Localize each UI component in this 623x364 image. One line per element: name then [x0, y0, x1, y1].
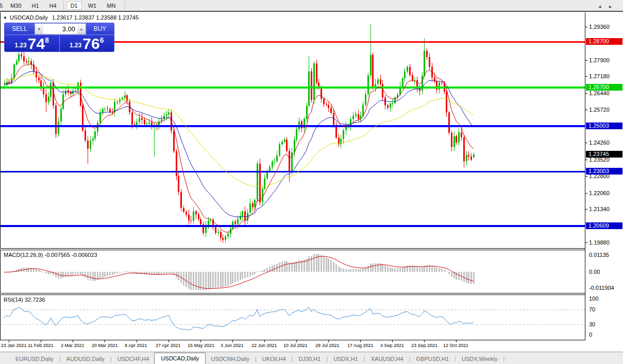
chart-tab-bar: EURUSD,Daily|AUDUSD,Daily|USDCHF,H4USDCA… — [0, 352, 623, 364]
timeframe-button-m30[interactable]: M30 — [6, 2, 25, 10]
volume-decrease-icon[interactable]: ▼ — [35, 24, 43, 34]
collapse-panel-icon[interactable]: ▲ — [3, 15, 7, 20]
level-price-badge: 1.23003 — [586, 168, 622, 175]
price-tick-label: 1.27900 — [589, 57, 610, 63]
date-tick-mark — [264, 340, 265, 342]
current-price-badge: 1.23745 — [586, 151, 622, 158]
price-axis[interactable]: 1.293601.279001.271801.264401.257201.242… — [585, 12, 623, 340]
one-click-trade-panel: SELL ▼ ▲ BUY 1.23 74 8 1.23 76 6 — [4, 23, 114, 52]
date-tick-mark — [105, 340, 105, 342]
macd-axis-label: 0.01135 — [589, 252, 609, 258]
rsi-axis-label: 30 — [589, 321, 595, 327]
level-price-badge: 1.25003 — [586, 123, 622, 129]
chart-tab-xauusd-h4[interactable]: XAUUSD,H4 — [366, 354, 409, 364]
chart-tab-dj30-h1[interactable]: DJ30,H1 — [293, 354, 326, 364]
date-tick-mark — [360, 340, 361, 342]
rsi-axis-label: 0 — [589, 332, 592, 338]
price-tick-mark — [585, 209, 587, 210]
trade-prices-row: 1.23 74 8 1.23 76 6 — [5, 35, 114, 51]
trade-controls-row: SELL ▼ ▲ BUY — [5, 23, 114, 35]
chart-symbol-label: USDCAD,Daily — [10, 14, 48, 21]
price-tick-label: 1.21340 — [589, 206, 610, 212]
buy-price-box[interactable]: 1.23 76 6 — [60, 35, 114, 51]
chart-tab-audusd-daily[interactable]: AUDUSD,Daily — [61, 354, 110, 364]
price-tick-mark — [585, 93, 587, 94]
date-tick-label: 15 May 2021 — [188, 343, 214, 348]
rsi-label: RSI(14) 32.7236 — [4, 297, 45, 303]
tab-scroll-right-icon[interactable]: ► — [608, 4, 619, 9]
date-tick-mark — [328, 340, 329, 342]
date-tick-mark — [137, 340, 137, 342]
date-tick-mark — [424, 340, 425, 342]
mt4-window: 5M30H1H4D1W1MN ▲ USDCAD,Daily 1.23617 1.… — [0, 0, 623, 364]
date-tick-label: 2 Mar 2021 — [61, 343, 85, 348]
date-tick-label: 20 Mar 2021 — [92, 343, 118, 348]
chart-tab-gbpusd-h1[interactable]: GBPUSD,H1 — [411, 354, 454, 364]
timeframe-button-mn[interactable]: MN — [103, 2, 120, 10]
price-tick-label: 1.19880 — [589, 239, 610, 246]
tab-separator: | — [502, 356, 505, 364]
date-tick-mark — [41, 340, 41, 342]
macd-axis-label: -0.011904 — [589, 285, 614, 291]
level-price-badge: 1.20609 — [586, 222, 622, 229]
price-tick-label: 1.27180 — [589, 73, 610, 79]
pane-separator — [0, 294, 623, 295]
sell-price-small: 1.23 — [14, 42, 26, 49]
level-price-badge: 1.28700 — [586, 38, 622, 45]
toolbar-separator — [125, 1, 125, 10]
chart-tab-ukoil-h4[interactable]: UKOil,H4 — [257, 354, 291, 364]
sell-price-box[interactable]: 1.23 74 8 — [5, 35, 60, 51]
date-tick-mark — [169, 340, 169, 342]
chart-title: ▲ USDCAD,Daily 1.23617 1.23837 1.23588 1… — [3, 14, 139, 21]
pane-separator — [0, 340, 623, 340]
chart-tab-usdchf-h4[interactable]: USDCHF,H4 — [112, 354, 155, 364]
date-tick-label: 22 Jun 2021 — [251, 343, 277, 348]
date-tick-label: 11 Feb 2021 — [28, 343, 54, 348]
pane-separator — [0, 250, 623, 250]
price-tick-label: 1.29360 — [589, 24, 610, 30]
price-tick-mark — [585, 27, 587, 27]
volume-stepper: ▼ ▲ — [35, 23, 86, 34]
date-tick-mark — [296, 340, 297, 342]
price-tick-label: 1.24260 — [589, 140, 610, 146]
price-tick-mark — [585, 110, 587, 110]
buy-price-big: 76 — [82, 37, 99, 50]
level-price-badge: 1.26700 — [586, 84, 622, 91]
volume-input[interactable] — [43, 24, 77, 34]
date-tick-mark — [232, 340, 233, 342]
tab-scroll-left-icon[interactable]: ◄ — [597, 4, 608, 9]
timeframe-button-5[interactable]: 5 — [0, 2, 4, 10]
pane-separator[interactable] — [0, 248, 623, 249]
volume-increase-icon[interactable]: ▲ — [77, 24, 86, 34]
chart-tab-usdcnh-daily[interactable]: USDCNH,Daily — [206, 354, 255, 364]
date-tick-label: 3 Jun 2021 — [221, 343, 244, 348]
rsi-axis-label: 100 — [589, 296, 598, 302]
sell-button[interactable]: SELL — [5, 23, 35, 34]
price-tick-mark — [585, 76, 587, 77]
macd-axis-label: 0.00 — [589, 269, 600, 275]
rsi-pane-canvas[interactable] — [0, 294, 585, 340]
timeframe-button-h4[interactable]: H4 — [45, 2, 61, 10]
date-axis[interactable]: 23 Jan 202111 Feb 20212 Mar 202120 Mar 2… — [0, 340, 623, 352]
macd-label: MACD(12,26,9) -0.007565 -0.006023 — [4, 252, 97, 258]
buy-button[interactable]: BUY — [86, 23, 114, 34]
price-tick-label: 1.26440 — [589, 90, 610, 96]
chart-tab-usdx-weekly[interactable]: USDX,Weekly — [457, 354, 502, 364]
timeframe-button-w1[interactable]: W1 — [84, 2, 101, 10]
sell-price-sup: 8 — [45, 36, 49, 44]
timeframe-button-d1[interactable]: D1 — [66, 2, 82, 10]
date-tick-label: 12 Oct 2021 — [443, 343, 468, 348]
pane-separator[interactable] — [0, 293, 623, 293]
chart-tab-usdx-h1[interactable]: USDX,H1 — [328, 354, 363, 364]
chart-ohlc-values: 1.23617 1.23837 1.23588 1.23745 — [52, 14, 139, 21]
timeframe-button-h1[interactable]: H1 — [28, 2, 43, 10]
chart-tab-eurusd-daily[interactable]: EURUSD,Daily — [10, 354, 59, 364]
toolbar-separator — [63, 1, 64, 10]
date-tick-label: 17 Aug 2021 — [347, 343, 374, 348]
price-tick-label: 1.22060 — [589, 190, 610, 196]
timeframe-toolbar: 5M30H1H4D1W1MN — [0, 0, 623, 11]
date-tick-label: 29 Jul 2021 — [315, 343, 340, 348]
chart-tab-usdcad-daily[interactable]: USDCAD,Daily — [154, 353, 206, 364]
price-tick-mark — [585, 143, 587, 143]
date-tick-mark — [73, 340, 73, 342]
